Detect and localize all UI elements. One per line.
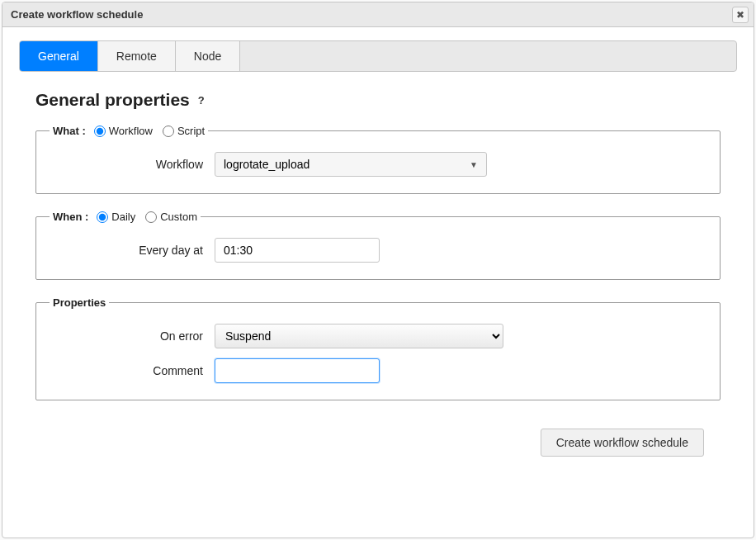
workflow-label: Workflow [50,158,215,171]
when-radio-daily-label: Daily [111,211,135,223]
tab-node[interactable]: Node [176,41,240,71]
dialog: Create workflow schedule ✖ General Remot… [2,2,754,538]
comment-row: Comment [50,358,706,383]
when-radio-custom-label: Custom [160,211,197,223]
general-section: General properties ? What : Workflow Scr… [19,90,737,457]
onerror-select[interactable]: Suspend [215,324,503,348]
workflow-select-value: logrotate_upload [224,158,309,171]
what-radio-script-label: Script [177,125,205,137]
time-input[interactable] [215,238,380,263]
what-radio-workflow[interactable]: Workflow [94,125,153,137]
properties-fieldset: Properties On error Suspend Comment [35,296,721,400]
footer: Create workflow schedule [35,417,721,457]
tab-remote[interactable]: Remote [98,41,176,71]
when-fieldset: When : Daily Custom Every day at [35,211,721,280]
what-radio-workflow-input[interactable] [94,126,106,137]
dialog-content: General Remote Node General properties ?… [2,27,754,470]
when-radio-custom[interactable]: Custom [145,211,197,223]
when-legend-text: When : [53,211,88,223]
what-radio-script-input[interactable] [163,126,174,137]
what-radio-workflow-label: Workflow [109,125,153,137]
properties-legend: Properties [50,296,109,309]
tab-bar: General Remote Node [19,40,737,72]
what-fieldset: What : Workflow Script Workflow [35,125,721,194]
when-legend: When : Daily Custom [50,211,201,223]
comment-input[interactable] [215,358,380,383]
time-label: Every day at [50,244,215,257]
what-legend-text: What : [53,125,86,137]
comment-label: Comment [50,364,215,377]
titlebar: Create workflow schedule ✖ [2,2,754,27]
close-icon: ✖ [736,9,744,21]
what-radio-script[interactable]: Script [163,125,205,137]
time-row: Every day at [50,238,706,263]
when-radio-custom-input[interactable] [145,211,157,223]
dialog-title: Create workflow schedule [11,8,143,21]
workflow-select[interactable]: logrotate_upload ▼ [215,152,487,177]
onerror-row: On error Suspend [50,324,706,348]
create-button[interactable]: Create workflow schedule [541,429,704,457]
chevron-down-icon: ▼ [470,160,478,169]
what-legend: What : Workflow Script [50,125,208,137]
workflow-row: Workflow logrotate_upload ▼ [50,152,706,177]
properties-legend-text: Properties [53,296,106,309]
onerror-label: On error [50,329,215,343]
tab-general[interactable]: General [20,41,98,71]
section-title: General properties [35,90,190,110]
when-radio-daily-input[interactable] [97,211,108,223]
close-button[interactable]: ✖ [732,7,749,23]
section-header: General properties ? [35,90,721,110]
help-icon[interactable]: ? [198,94,205,107]
when-radio-daily[interactable]: Daily [97,211,135,223]
